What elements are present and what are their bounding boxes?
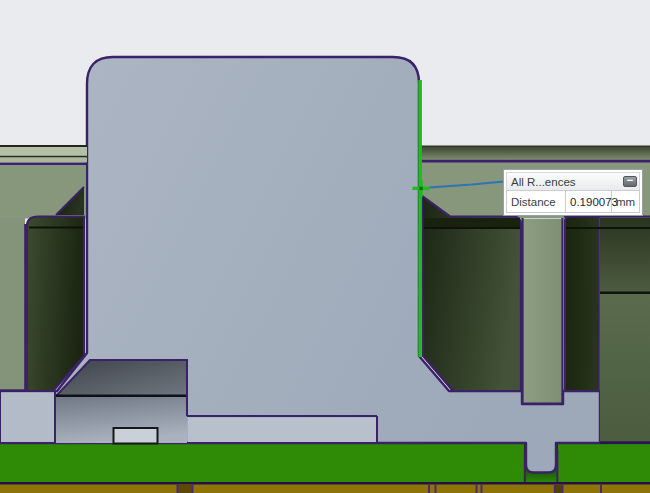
housing-top-face[interactable]: [0, 147, 87, 156]
foot-lower-right-face: [188, 418, 376, 443]
foot-lower-left-face: [1, 393, 54, 443]
foot-slot[interactable]: [114, 428, 158, 444]
callout-header[interactable]: All R...ences −: [506, 172, 640, 190]
housing-ledge-edge: [0, 156, 87, 158]
cad-scene: [0, 0, 650, 493]
pcb-via-edge: [481, 485, 483, 493]
housing-top-face-right[interactable]: [421, 147, 650, 160]
housing-cavity-face-2[interactable]: [565, 217, 599, 392]
housing-outline: [0, 163, 87, 166]
pcb-via-edge: [435, 485, 437, 493]
pcb-via-edge: [562, 485, 564, 493]
housing-back-face-lower[interactable]: [600, 293, 650, 444]
callout-title: All R...ences: [511, 176, 576, 188]
pcb-via-edge: [600, 485, 602, 493]
housing-bottom-outline: [0, 389, 26, 392]
pcb-gold-layer[interactable]: [0, 485, 650, 493]
pcb-via-edge: [476, 485, 478, 493]
cavity-top-band: [424, 218, 520, 227]
metric-label: Distance: [507, 191, 565, 212]
left-housing[interactable]: [0, 145, 87, 392]
measurement-callout: All R...ences − Distance 0.190073 mm: [503, 169, 643, 216]
housing-rib[interactable]: [27, 217, 84, 392]
pcb-via-edge: [177, 485, 179, 493]
housing-section-sliver[interactable]: [0, 218, 25, 391]
cad-viewport: All R...ences − Distance 0.190073 mm: [0, 0, 650, 493]
callout-value-row: Distance 0.190073 mm: [506, 190, 640, 213]
highlighted-edge[interactable]: [418, 80, 422, 357]
housing-outline-right: [421, 160, 650, 163]
metric-value: 0.190073: [565, 191, 612, 212]
housing-bottom-outline-right: [600, 441, 650, 444]
metric-unit: mm: [612, 191, 639, 212]
housing-top-edge: [0, 145, 87, 147]
pcb-via-edge: [192, 485, 194, 493]
pcb-via-edge: [428, 485, 430, 493]
housing-rib-section[interactable]: [523, 219, 563, 403]
pcb-via-edge: [554, 485, 556, 493]
pcb-via-fill: [555, 485, 562, 493]
housing-ledge-face[interactable]: [0, 158, 87, 163]
pcb-via-fill: [178, 485, 192, 493]
minus-icon[interactable]: −: [623, 176, 637, 187]
